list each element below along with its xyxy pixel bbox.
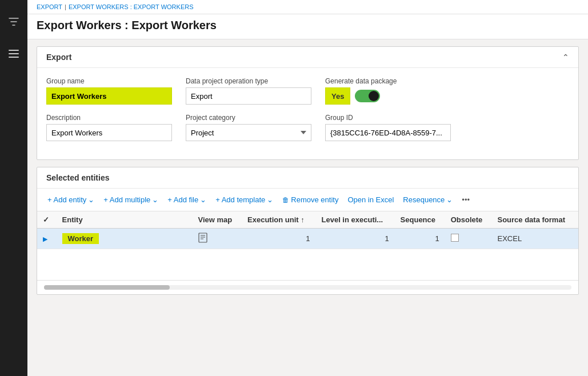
- breadcrumb-item-export[interactable]: EXPORT: [37, 3, 62, 10]
- table-header-row: ✓ Entity View map Execution unit ↑ Level…: [37, 211, 578, 229]
- horizontal-scrollbar-thumb[interactable]: [44, 285, 170, 290]
- col-header-check: ✓: [37, 211, 57, 229]
- export-card-header: Export ⌃: [37, 47, 578, 68]
- svg-rect-1: [9, 53, 19, 54]
- group-name-input[interactable]: [46, 87, 172, 105]
- data-project-field: Data project operation type: [186, 77, 311, 105]
- row-viewmap-cell[interactable]: [193, 229, 242, 249]
- breadcrumb-item-export-workers[interactable]: EXPORT WORKERS : EXPORT WORKERS: [69, 3, 194, 10]
- horizontal-scrollbar-track[interactable]: [44, 285, 571, 290]
- export-card-body: Group name Data project operation type G…: [37, 68, 578, 159]
- toggle-yes-label: Yes: [325, 87, 350, 105]
- check-icon: ✓: [43, 215, 49, 224]
- project-category-select[interactable]: Project: [186, 124, 311, 141]
- generate-package-label: Generate data package: [325, 77, 428, 85]
- collapse-export-button[interactable]: ⌃: [562, 53, 569, 62]
- breadcrumb-sep: |: [65, 3, 66, 10]
- row-check-cell[interactable]: ▶: [37, 229, 57, 249]
- add-multiple-button[interactable]: + Add multiple ⌄: [100, 193, 162, 206]
- group-name-field: Group name: [46, 77, 172, 105]
- svg-rect-2: [9, 57, 19, 58]
- col-header-seq[interactable]: Sequence: [395, 211, 445, 229]
- form-row-1: Group name Data project operation type G…: [46, 77, 569, 105]
- view-map-doc-icon[interactable]: [198, 235, 207, 245]
- entities-toolbar: + Add entity ⌄ + Add multiple ⌄ + Add fi…: [37, 189, 578, 211]
- add-template-button[interactable]: + Add template ⌄: [212, 193, 277, 206]
- form-row-2: Description Project category Project Gro…: [46, 114, 569, 141]
- row-exec-cell: 1: [242, 229, 315, 249]
- add-file-button[interactable]: + Add file ⌄: [164, 193, 210, 206]
- horizontal-scrollbar-area: [37, 280, 578, 294]
- col-header-entity[interactable]: Entity: [57, 211, 193, 229]
- entities-card: Selected entities + Add entity ⌄ + Add m…: [37, 167, 579, 295]
- svg-rect-3: [199, 233, 207, 242]
- group-id-label: Group ID: [325, 114, 451, 122]
- export-card-title: Export: [46, 53, 71, 62]
- generate-package-toggle[interactable]: [355, 90, 380, 102]
- chevron-down-icon3: ⌄: [200, 195, 206, 204]
- page-title: Export Workers : Export Workers: [37, 19, 579, 32]
- table-row[interactable]: ▶ Worker: [37, 229, 578, 249]
- page-title-area: Export Workers : Export Workers: [27, 14, 588, 39]
- group-id-field: Group ID: [325, 114, 451, 141]
- more-options-button[interactable]: •••: [458, 193, 473, 206]
- group-name-label: Group name: [46, 77, 172, 85]
- chevron-down-icon: ⌄: [88, 195, 94, 204]
- main-content: EXPORT | EXPORT WORKERS : EXPORT WORKERS…: [27, 0, 588, 376]
- description-label: Description: [46, 114, 172, 122]
- menu-icon[interactable]: [5, 45, 23, 63]
- obsolete-checkbox[interactable]: [451, 234, 459, 242]
- description-input[interactable]: [46, 124, 172, 141]
- resequence-button[interactable]: Resequence ⌄: [399, 193, 456, 206]
- toggle-knob: [369, 91, 379, 101]
- col-header-exec[interactable]: Execution unit ↑: [242, 211, 315, 229]
- export-card: Export ⌃ Group name Data project operati…: [37, 46, 579, 160]
- row-entity-cell: Worker: [57, 229, 193, 249]
- add-entity-button[interactable]: + Add entity ⌄: [44, 193, 98, 206]
- col-header-src: Source data format: [492, 211, 579, 229]
- open-excel-button[interactable]: Open in Excel: [344, 193, 397, 206]
- row-obs-cell[interactable]: [445, 229, 492, 249]
- col-header-level[interactable]: Level in executi...: [316, 211, 395, 229]
- group-id-input[interactable]: [325, 124, 451, 141]
- chevron-down-icon5: ⌄: [446, 195, 453, 204]
- col-header-obs: Obsolete: [445, 211, 492, 229]
- generate-package-field: Generate data package Yes: [325, 77, 428, 105]
- data-project-label: Data project operation type: [186, 77, 311, 85]
- entity-name: Worker: [62, 233, 99, 244]
- svg-rect-0: [9, 50, 19, 51]
- row-src-cell: EXCEL: [492, 229, 579, 249]
- row-level-cell: 1: [316, 229, 395, 249]
- row-selected-indicator: ▶: [43, 235, 47, 242]
- exec-unit-label: Execution unit ↑: [247, 215, 305, 224]
- entities-card-header: Selected entities: [37, 167, 578, 189]
- description-field: Description: [46, 114, 172, 141]
- col-header-viewmap: View map: [193, 211, 242, 229]
- entities-table: ✓ Entity View map Execution unit ↑ Level…: [37, 211, 578, 249]
- filter-icon[interactable]: [5, 13, 23, 31]
- row-seq-cell: 1: [395, 229, 445, 249]
- remove-entity-button[interactable]: 🗑 Remove entity: [279, 193, 342, 206]
- project-category-label: Project category: [186, 114, 311, 122]
- chevron-down-icon4: ⌄: [267, 195, 273, 204]
- project-category-field: Project category Project: [186, 114, 311, 141]
- data-project-input[interactable]: [186, 87, 311, 105]
- breadcrumb: EXPORT | EXPORT WORKERS : EXPORT WORKERS: [27, 0, 588, 14]
- entities-table-area: ✓ Entity View map Execution unit ↑ Level…: [37, 211, 578, 280]
- toggle-container: Yes: [325, 87, 428, 105]
- sidebar: [0, 0, 27, 376]
- chevron-down-icon2: ⌄: [152, 195, 158, 204]
- trash-icon: 🗑: [282, 196, 289, 204]
- page-body: Export ⌃ Group name Data project operati…: [27, 39, 588, 376]
- entities-card-title: Selected entities: [46, 173, 110, 182]
